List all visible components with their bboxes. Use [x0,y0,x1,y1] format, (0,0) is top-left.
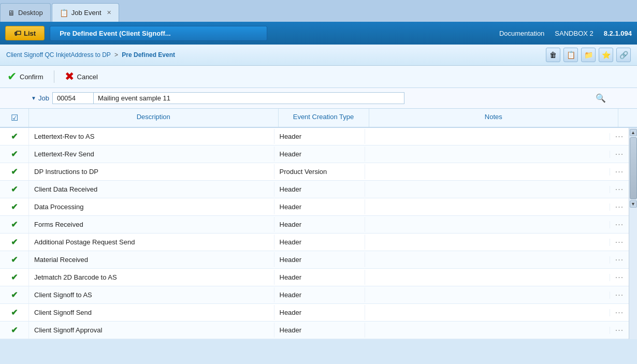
check-icon-10: ✔ [11,308,18,317]
row-check-6[interactable]: ✔ [0,234,29,251]
row-event-type-4: Header [274,199,365,214]
table-body: ✔ Lettertext-Rev to AS Header ··· ✔ Lett… [0,128,629,339]
check-icon-9: ✔ [11,290,18,300]
row-check-2[interactable]: ✔ [0,163,29,180]
row-check-5[interactable]: ✔ [0,216,29,233]
row-check-11[interactable]: ✔ [0,322,29,339]
row-actions-4[interactable]: ··· [610,199,629,215]
row-check-10[interactable]: ✔ [0,304,29,321]
job-arrow-icon: ▼ [31,95,36,101]
confirm-icon: ✔ [7,70,17,83]
list-icon: 🏷 [14,29,21,37]
check-icon-0: ✔ [11,132,18,141]
list-button-label: List [24,30,36,37]
row-event-type-9: Header [274,287,365,302]
table-row: ✔ Lettertext-Rev Send Header ··· [0,145,629,163]
cancel-button[interactable]: ✖ Cancel [65,70,98,83]
confirm-button[interactable]: ✔ Confirm [7,70,44,83]
row-actions-6[interactable]: ··· [610,234,629,251]
row-actions-8[interactable]: ··· [610,269,629,286]
row-event-type-10: Header [274,305,365,320]
row-notes-3 [365,186,611,193]
folder-icon-btn[interactable]: 📁 [581,48,596,62]
star-icon-btn[interactable]: ⭐ [599,48,613,62]
tab-desktop[interactable]: 🖥 Desktop [0,3,51,22]
scrollbar-track: ▲ ▼ [629,128,637,339]
row-description-1: Lettertext-Rev Send [29,147,274,162]
row-description-10: Client Signoff Send [29,305,274,320]
desktop-icon: 🖥 [8,9,15,17]
tab-close-icon[interactable]: ✕ [107,9,111,16]
tab-desktop-label: Desktop [18,9,43,17]
row-actions-9[interactable]: ··· [610,287,629,303]
row-notes-4 [365,203,611,211]
table-row: ✔ Client Signoff Send Header ··· [0,304,629,322]
row-check-0[interactable]: ✔ [0,128,29,145]
row-description-7: Material Received [29,252,274,267]
th-actions [618,109,637,127]
row-description-6: Additional Postage Request Send [29,235,274,250]
row-check-3[interactable]: ✔ [0,181,29,198]
row-event-type-11: Header [274,323,365,338]
row-actions-2[interactable]: ··· [610,164,629,180]
search-icon[interactable]: 🔍 [596,93,606,103]
list-button[interactable]: 🏷 List [5,26,45,40]
breadcrumb-current: Pre Defined Event [122,51,175,59]
table-wrapper: ☑ Description Event Creation Type Notes … [0,109,637,339]
scrollbar-thumb[interactable] [630,137,637,199]
row-actions-1[interactable]: ··· [610,146,629,163]
th-description: Description [29,109,279,127]
check-icon-1: ✔ [11,149,18,159]
row-event-type-2: Product Version [274,164,365,179]
row-notes-5 [365,221,611,228]
row-description-9: Client Signoff to AS [29,287,274,302]
table-row: ✔ Client Signoff Approval Header ··· [0,322,629,339]
row-check-1[interactable]: ✔ [0,145,29,163]
row-notes-7 [365,256,611,264]
action-bar: ✔ Confirm ✖ Cancel [0,66,637,88]
table-row: ✔ Lettertext-Rev to AS Header ··· [0,128,629,145]
check-icon-7: ✔ [11,255,18,265]
row-check-7[interactable]: ✔ [0,251,29,268]
row-actions-0[interactable]: ··· [610,128,629,145]
row-actions-10[interactable]: ··· [610,304,629,321]
row-description-5: Forms Received [29,217,274,232]
check-icon-11: ✔ [11,325,18,335]
documentation-link[interactable]: Documentation [499,30,544,37]
tab-job-event-label: Job Event [71,9,102,17]
row-actions-7[interactable]: ··· [610,252,629,268]
copy-icon-btn[interactable]: 📋 [563,48,578,62]
breadcrumb-path: Client Signoff QC InkjetAddress to DP [6,51,111,59]
row-event-type-8: Header [274,270,365,285]
row-description-11: Client Signoff Approval [29,323,274,338]
check-icon-8: ✔ [11,272,18,282]
toolbar-icons: 🗑 📋 📁 ⭐ 🔗 [546,48,631,62]
row-notes-9 [365,292,611,299]
row-actions-11[interactable]: ··· [610,322,629,339]
row-check-8[interactable]: ✔ [0,269,29,286]
row-check-9[interactable]: ✔ [0,286,29,303]
job-id-input[interactable] [52,92,94,104]
scrollbar-down-btn[interactable]: ▼ [630,200,637,208]
delete-icon-btn[interactable]: 🗑 [546,48,560,62]
row-event-type-3: Header [274,182,365,197]
row-actions-3[interactable]: ··· [610,181,629,198]
check-icon-6: ✔ [11,237,18,247]
tab-job-event[interactable]: 📋 Job Event ✕ [52,3,119,22]
row-actions-5[interactable]: ··· [610,216,629,233]
job-label-text: Job [38,94,49,102]
link-icon-btn[interactable]: 🔗 [616,48,631,62]
breadcrumb: Client Signoff QC InkjetAddress to DP > … [6,51,175,59]
check-icon-5: ✔ [11,220,18,229]
job-description-input[interactable] [94,92,404,104]
toolbar-title: Pre Defined Event (Client Signoff... [50,26,267,41]
check-all-icon[interactable]: ☑ [11,113,18,123]
job-label: ▼ Job [31,94,49,102]
row-check-4[interactable]: ✔ [0,198,29,215]
action-separator [54,70,54,83]
row-notes-0 [365,133,611,140]
row-description-2: DP Instructions to DP [29,164,274,179]
scrollbar-up-btn[interactable]: ▲ [630,129,637,136]
check-icon-4: ✔ [11,202,18,212]
row-description-8: Jetmatch 2D Barcode to AS [29,270,274,285]
